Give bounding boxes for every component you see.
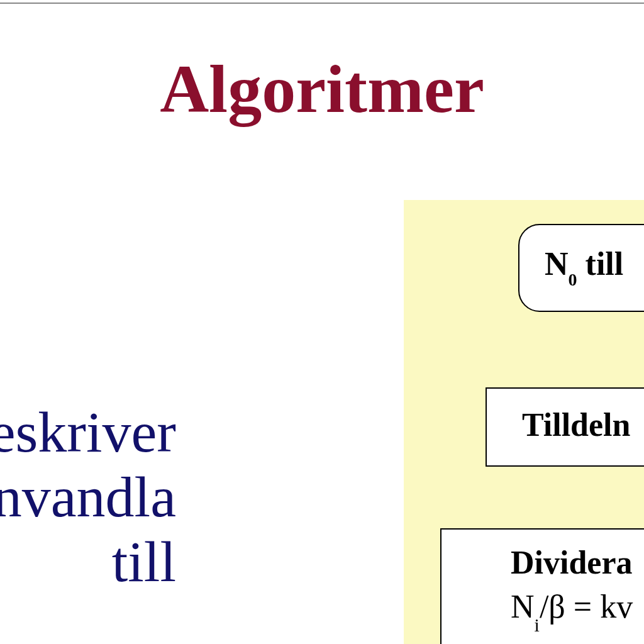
box1-rest: till: [577, 246, 624, 282]
flow-box-start: N0 till: [518, 224, 644, 312]
body-line-1: eskriver: [0, 400, 176, 464]
box3-line1: Dividera: [511, 541, 644, 585]
body-line-3: till: [112, 530, 176, 594]
box1-N: N: [545, 246, 569, 282]
flow-box-divide: Dividera Ni/β = kv: [440, 528, 644, 644]
box2-text: Tilldeln: [522, 407, 630, 443]
box3-post: /β = kv: [540, 589, 633, 625]
page-title: Algoritmer: [0, 50, 644, 128]
body-line-2: nvandla: [0, 465, 176, 529]
box3-N: N: [511, 589, 535, 625]
box3-line2: Ni/β = kv: [511, 585, 644, 631]
top-divider: [0, 3, 644, 4]
box1-sub: 0: [569, 270, 577, 289]
box3-sub: i: [535, 614, 540, 635]
flow-box-assign: Tilldeln: [486, 387, 644, 467]
body-text: eskriver nvandla till: [0, 400, 176, 594]
